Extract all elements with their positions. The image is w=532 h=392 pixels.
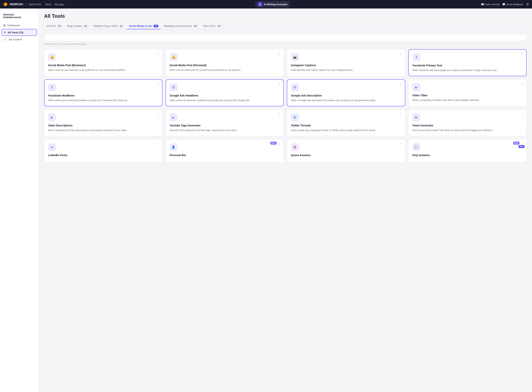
brand-name: SEMRUSH (10, 3, 23, 6)
arrow-out-icon: ↗ (157, 113, 159, 116)
tools-grid: ↗ 👍 Social Media Post (Business) Write a… (44, 49, 527, 162)
tab-blog-content[interactable]: Blog Content 12 (65, 23, 90, 29)
tool-name: Facebook Primary Text (413, 64, 522, 67)
search-input[interactable] (44, 34, 527, 41)
arrow-out-icon: ↗ (278, 142, 280, 145)
sidebar-username: Semrush (3, 13, 35, 16)
tab-social-media[interactable]: Social Media & Ads 17 (127, 23, 161, 29)
sidebar-item-dashboard[interactable]: ⊞ Dashboard (0, 22, 38, 29)
nav-links: Store My apps (45, 3, 64, 6)
tool-name: Youtube Tags Generator (170, 124, 280, 127)
arrow-out-icon: ↗ (400, 113, 402, 116)
tool-icon-thumbs-up: 👍 (170, 53, 177, 61)
tool-name: Instagram Captions (291, 64, 401, 67)
sidebar-user: Semrush Unlimited words (0, 12, 38, 22)
user-manual-link[interactable]: 📖 User manual (481, 3, 499, 6)
nav-center: ✍ AI Writing Assistant (68, 1, 477, 7)
tool-card-linkedin-posts[interactable]: ↗ in LinkedIn Posts (44, 139, 162, 162)
tool-card-social-media-post-personal[interactable]: ↗ 👍 Social Media Post (Personal) Write a… (166, 49, 284, 76)
tool-card-tweet-generator[interactable]: ↗ 🐦 Tweet Generator Don't know what to t… (408, 109, 527, 136)
tool-name: LinkedIn Posts (48, 154, 158, 157)
sidebar-item-all-tools-label: All Tools (73) (8, 31, 23, 34)
tabs-bar: All Tools 73 Blog Content 12 Website Cop… (44, 23, 527, 29)
nav-right: 📖 User manual 💬 Send feedback ⚙ (481, 3, 529, 6)
tab-all-tools[interactable]: All Tools 73 (44, 23, 64, 29)
tool-desc: Write a post for your business to be pub… (48, 68, 158, 72)
tool-icon-youtube: ▶ (48, 113, 56, 121)
tab-blog-content-count: 12 (83, 25, 88, 28)
tool-desc: Generate SEO-optimized YouTube tags / ke… (170, 129, 280, 132)
tool-name: Facebook Headlines (48, 94, 158, 97)
tool-icon-faq: 💬 (413, 143, 420, 151)
tool-card-youtube-tags[interactable]: ↗ ▶ Youtube Tags Generator Generate SEO-… (166, 109, 284, 136)
tool-desc: Write a Google Ads description that make… (291, 99, 401, 102)
tool-card-facebook-headlines[interactable]: ↗ f Facebook Headlines Write catchy and … (44, 79, 162, 106)
sidebar-item-my-content-label: My Content (9, 38, 22, 41)
top-nav: 🔶 SEMRUSH | AppCenter Store My apps ✍ AI… (0, 0, 532, 9)
tool-name: Twitter Threads (291, 124, 401, 127)
arrow-out-icon: ↗ (400, 142, 402, 145)
sidebar: Semrush Unlimited words ⊞ Dashboard ≡ Al… (0, 9, 39, 392)
main-content: All Tools All Tools 73 Blog Content 12 W… (39, 9, 532, 392)
send-feedback-link[interactable]: 💬 Send feedback (502, 3, 523, 6)
tool-icon-facebook: f (48, 84, 56, 91)
tool-desc: Write a compelling YouTube video title t… (413, 98, 523, 102)
tool-card-video-titles[interactable]: ↗ ▶ Video Titles Write a compelling YouT… (408, 79, 527, 106)
new-badge: New (518, 145, 524, 148)
tool-card-instagram-captions[interactable]: ↗ 📸 Instagram Captions Grab attention wi… (287, 49, 405, 76)
tool-name: Personal Bio (170, 154, 280, 157)
tool-desc: Write catchy 30-character headlines to p… (170, 99, 280, 102)
tool-card-social-media-post-business[interactable]: ↗ 👍 Social Media Post (Business) Write a… (44, 49, 162, 76)
arrow-out-icon: ↗ (278, 83, 280, 86)
arrow-out-icon: ↗ (521, 53, 523, 56)
tool-icon-google: G (291, 84, 299, 91)
sidebar-item-all-tools[interactable]: ≡ All Tools (73) (2, 29, 37, 36)
tab-social-media-count: 17 (153, 25, 158, 28)
arrow-out-icon: ↗ (521, 113, 523, 116)
arrow-out-icon: ↗ (157, 83, 159, 86)
sidebar-item-my-content[interactable]: 📄 My Content (0, 36, 38, 43)
logo[interactable]: 🔶 SEMRUSH | AppCenter (3, 2, 42, 7)
tab-marketing-count: 19 (193, 25, 198, 28)
tool-icon-google: G (170, 84, 177, 91)
tool-name: Social Media Post (Personal) (170, 64, 280, 67)
tool-icon-twitter: 🐦 (291, 113, 299, 121)
tool-card-google-ads-headlines[interactable]: ↗ G Google Ads Headlines Write catchy 30… (166, 79, 284, 106)
sidebar-item-dashboard-label: Dashboard (8, 24, 20, 27)
arrow-out-icon: ↗ (278, 52, 280, 56)
tool-card-quora-answers[interactable]: ↗ Q Quora Answers (287, 139, 405, 162)
semrush-logo-icon: 🔶 (3, 2, 8, 7)
tool-card-personal-bio[interactable]: ↗ Beta 👤 Personal Bio (166, 139, 284, 162)
tool-name: Video Titles (413, 94, 523, 97)
sidebar-words: Unlimited words (3, 16, 35, 19)
tool-icon-youtube: ▶ (413, 83, 420, 91)
tool-icon-personal-bio: 👤 (170, 143, 177, 151)
app-icon: ✍ (258, 2, 262, 6)
tool-icon-instagram: 📸 (291, 53, 299, 61)
tab-all-tools-count: 73 (57, 25, 62, 28)
settings-gear-icon[interactable]: ⚙ (526, 3, 529, 6)
tool-card-video-descriptions[interactable]: ↗ ▶ Video Descriptions Write compelling … (44, 109, 162, 136)
arrow-out-icon: ↗ (400, 52, 402, 56)
tool-icon-facebook: f (413, 53, 420, 61)
tool-card-google-ads-description[interactable]: ↗ G Google Ads Description Write a Googl… (287, 79, 405, 106)
tool-desc: Write Facebook ads that engage your audi… (413, 69, 522, 72)
tool-card-faq-answers[interactable]: ↗ Beta New 💬 FAQ Answers (408, 139, 527, 162)
page-title: All Tools (44, 13, 527, 19)
arrow-out-icon: ↗ (399, 83, 402, 86)
tool-card-twitter-threads[interactable]: ↗ 🐦 Twitter Threads Easily create long, … (287, 109, 405, 136)
tool-icon-twitter: 🐦 (413, 113, 420, 121)
tool-card-facebook-primary-text[interactable]: ↗ f Facebook Primary Text Write Facebook… (408, 49, 527, 76)
tab-marketing[interactable]: Marketing & eCommerce 19 (162, 23, 200, 29)
tool-name: Google Ads Headlines (170, 94, 280, 97)
tool-name: Google Ads Description (291, 94, 401, 97)
tab-website-copy[interactable]: Website Copy & SEO 12 (91, 23, 126, 29)
tab-more-tools[interactable]: More Tools 12 (201, 23, 224, 29)
tool-name: Social Media Post (Business) (48, 64, 158, 67)
nav-store[interactable]: Store (45, 3, 51, 6)
nav-myapps[interactable]: My apps (55, 3, 64, 6)
tool-name: Video Descriptions (48, 124, 158, 127)
dashboard-icon: ⊞ (3, 23, 6, 27)
arrow-out-icon: ↗ (157, 52, 159, 56)
app-name: AI Writing Assistant (264, 3, 287, 6)
